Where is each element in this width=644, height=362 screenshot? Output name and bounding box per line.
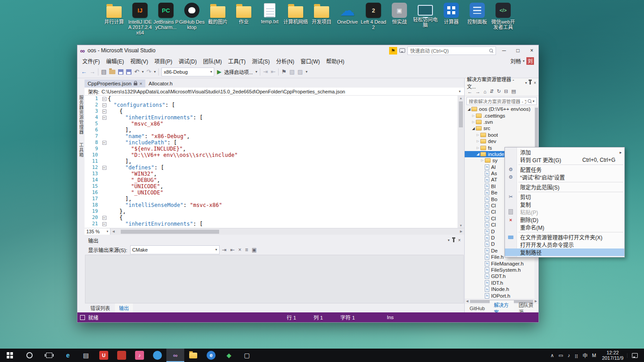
tab-Allocator.h[interactable]: Allocator.h [145, 80, 176, 88]
save-all-icon[interactable] [126, 69, 131, 75]
desktop-icon-dev-projects[interactable]: 开发项目 [309, 3, 335, 35]
breadcrumb-path[interactable]: C:\Users\s1329\AppData\Local\Microsoft\V… [102, 89, 345, 94]
taskbar-app-app-u[interactable]: U [95, 349, 113, 362]
save-icon[interactable] [118, 69, 123, 75]
tray-ime-lang-icon[interactable]: 中 [580, 352, 590, 359]
menu-item[interactable]: 窗口(W) [297, 56, 323, 66]
context-menu-item[interactable]: 复制 [505, 201, 624, 208]
menu-item[interactable]: 文件(F) [79, 56, 103, 66]
context-menu-item[interactable]: 复制路径 [505, 248, 624, 256]
menu-item[interactable]: 测试(S) [249, 56, 273, 66]
menu-item[interactable]: 工具(T) [225, 56, 249, 66]
menu-item[interactable]: 调试(D) [175, 56, 200, 66]
expander-icon[interactable]: ◢ [475, 152, 480, 156]
tree-item[interactable]: hINode.h [465, 286, 538, 292]
scroll-right-icon[interactable]: ▶ [458, 230, 464, 233]
scroll-up-icon[interactable]: ▲ [459, 96, 462, 101]
tree-item[interactable]: hIDT.h [465, 280, 538, 286]
context-menu-item[interactable]: 重命名(M) [505, 223, 624, 231]
context-menu-item[interactable]: ✂剪切 [505, 193, 624, 201]
expander-icon[interactable]: ▷ [480, 159, 485, 162]
toolbar-overflow-icon[interactable]: ▾ [305, 70, 307, 74]
context-menu-item[interactable]: 添加▸ [505, 148, 624, 156]
tree-item[interactable]: ▷.csettings [465, 112, 538, 118]
fold-collapse-icon[interactable]: − [102, 109, 106, 114]
expander-icon[interactable]: ▷ [475, 133, 480, 137]
desktop-icon-pycharm[interactable]: PCJetBrains PyCharm... [153, 3, 179, 35]
startup-item-dropdown[interactable]: 选择启动项... [224, 68, 253, 76]
desktop-icon-homework[interactable]: 作业 [231, 3, 257, 35]
taskbar-app-app-frame[interactable]: ▢ [238, 349, 256, 362]
menu-item[interactable]: 编辑(E) [103, 56, 127, 66]
scrollbar-thumb[interactable] [459, 101, 463, 127]
expander-icon[interactable]: ▷ [471, 114, 476, 118]
close-panel-icon[interactable]: × [458, 238, 461, 243]
desktop-icon-github-desktop[interactable]: GitHub Desktop [179, 3, 205, 35]
desktop-icon-temp-txt[interactable]: temp.txt [257, 3, 283, 35]
notifications-flag-icon[interactable]: ⚑ [389, 47, 397, 55]
tray-volume-icon[interactable]: ♪ [565, 353, 572, 358]
goto-previous-icon[interactable]: ⇤ [230, 247, 235, 253]
solution-config-dropdown[interactable]: x86-Debug ▾ [161, 67, 214, 76]
refresh-icon[interactable]: ↻ [497, 88, 501, 94]
zoom-dropdown[interactable]: 135 % ▾ [85, 228, 110, 235]
back-icon[interactable]: ← [467, 89, 472, 94]
editor-vertical-scrollbar[interactable]: ▲ ▼ [458, 96, 464, 228]
window-position-dropdown-icon[interactable]: ▾ [448, 238, 449, 242]
output-content[interactable] [85, 255, 464, 303]
scrollbar-thumb[interactable] [121, 230, 219, 234]
context-menu-item[interactable]: ×删除(D) [505, 216, 624, 223]
quick-launch-input[interactable]: 快速启动 (Ctrl+Q) [407, 46, 496, 55]
taskbar-app-qq[interactable] [148, 349, 166, 362]
tree-item[interactable]: ▷boot [465, 132, 538, 138]
toggle-output-icon[interactable]: ▣ [252, 247, 257, 253]
maximize-button[interactable]: □ [512, 46, 524, 55]
expander-icon[interactable]: ▷ [475, 146, 480, 150]
menu-item[interactable]: 团队(M) [200, 56, 225, 66]
pin-icon[interactable] [453, 239, 454, 242]
word-wrap-icon[interactable]: ≡ [245, 247, 248, 253]
fold-collapse-icon[interactable]: − [102, 141, 106, 145]
tool-tab-错误列表[interactable]: 错误列表 [86, 303, 114, 312]
taskbar-app-visual-studio[interactable]: ∞ [166, 349, 184, 362]
context-menu-item[interactable]: ⚙配置任务 [505, 166, 624, 173]
user-name[interactable]: 刘畅 [510, 57, 521, 65]
action-center-button[interactable] [627, 353, 642, 358]
desktop-icon-left-4-dead-2[interactable]: 2Left 4 Dead 2 [360, 3, 386, 35]
start-button[interactable] [0, 349, 20, 362]
undo-icon[interactable]: ↶ [134, 68, 139, 75]
desktop-icon-parallel-computing[interactable]: 并行计算 [101, 3, 127, 35]
context-menu-item[interactable]: 打开开发人员命令提示 [505, 241, 624, 248]
tree-item[interactable]: hFileManager.h [465, 260, 538, 266]
desktop-icon-wechat-devtools[interactable]: </>微信web开发者工具 [490, 3, 516, 35]
taskbar-app-app-green[interactable]: ◆ [220, 349, 238, 362]
context-menu-item[interactable]: 在文件资源管理器中打开文件夹(X) [505, 233, 624, 241]
tray-hidden-icons-icon[interactable]: ∧ [548, 353, 556, 358]
context-menu-item[interactable]: ⚙“调试”和“启动”设置 [505, 173, 624, 181]
navigate-back-icon[interactable]: ← [81, 68, 87, 75]
scroll-down-icon[interactable]: ▼ [459, 223, 462, 228]
minimize-button[interactable]: ─ [498, 46, 510, 55]
desktop-icon-onedrive[interactable]: ☁OneDrive [335, 3, 360, 35]
taskbar-clock[interactable]: 12:22 2017/11/9 [598, 350, 627, 361]
fold-collapse-icon[interactable]: − [102, 103, 106, 107]
redo-icon[interactable]: ↷ [146, 68, 151, 75]
pin-icon[interactable] [530, 81, 531, 84]
editor-horizontal-scrollbar[interactable]: 135 % ▾ ◀ ▶ [85, 228, 464, 235]
navigate-forward-icon[interactable]: → [89, 68, 95, 75]
cortana-button[interactable] [20, 349, 39, 362]
tree-item[interactable]: hFileSystem.h [465, 267, 538, 273]
open-file-icon[interactable] [109, 70, 115, 74]
menu-item[interactable]: 分析(N) [273, 56, 297, 66]
close-panel-icon[interactable]: × [534, 80, 536, 85]
taskbar-app-browser[interactable]: e [202, 349, 220, 362]
menu-item[interactable]: 帮助(H) [323, 56, 347, 66]
clear-all-icon[interactable]: × [238, 247, 242, 253]
search-options-icon[interactable]: ▾ [533, 99, 534, 103]
menu-item[interactable]: 视图(V) [127, 56, 151, 66]
output-source-dropdown[interactable]: CMake ▾ [130, 245, 220, 254]
user-avatar[interactable]: 刘 [526, 57, 534, 65]
fold-collapse-icon[interactable]: − [102, 216, 106, 220]
taskbar-app-app-red[interactable] [113, 349, 131, 362]
desktop-icon-screenshots[interactable]: 截的图片 [205, 3, 231, 35]
